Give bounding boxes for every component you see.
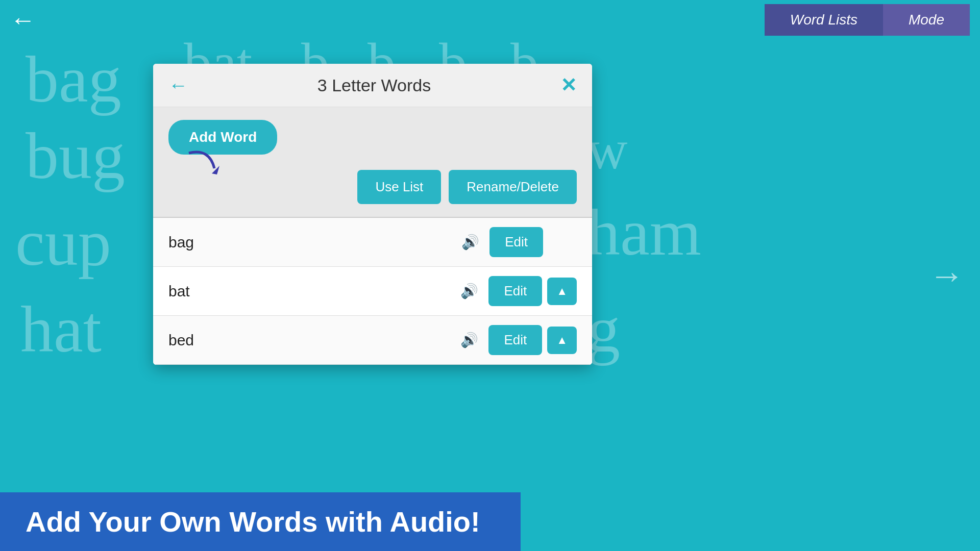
top-back-arrow[interactable]: ← bbox=[10, 5, 36, 35]
right-arrow: → bbox=[929, 255, 965, 296]
edit-button-bag[interactable]: Edit bbox=[489, 227, 543, 257]
word-lists-button[interactable]: Word Lists bbox=[765, 4, 883, 36]
sound-icon-bed[interactable]: 🔊 bbox=[460, 332, 478, 348]
modal-dialog: ← 3 Letter Words ✕ Add Word Use List Ren… bbox=[153, 64, 592, 365]
rename-delete-button[interactable]: Rename/Delete bbox=[449, 170, 577, 204]
up-arrow-button-bed[interactable]: ▲ bbox=[547, 327, 577, 354]
edit-button-bat[interactable]: Edit bbox=[488, 276, 542, 306]
use-list-button[interactable]: Use List bbox=[357, 170, 441, 204]
word-text-bag: bag bbox=[168, 234, 461, 251]
nav-buttons: Word Lists Mode bbox=[765, 4, 970, 36]
edit-button-bed[interactable]: Edit bbox=[488, 325, 542, 355]
sound-icon-bat[interactable]: 🔊 bbox=[460, 283, 478, 299]
bottom-banner: Add Your Own Words with Audio! bbox=[0, 492, 521, 551]
modal-header: ← 3 Letter Words ✕ bbox=[153, 64, 592, 107]
word-text-bed: bed bbox=[168, 332, 460, 349]
bottom-banner-text: Add Your Own Words with Audio! bbox=[26, 506, 480, 538]
mode-button[interactable]: Mode bbox=[883, 4, 970, 36]
word-row-bag: bag 🔊 Edit bbox=[153, 218, 592, 267]
up-arrow-button-bat[interactable]: ▲ bbox=[547, 278, 577, 305]
word-row-bat: bat 🔊 Edit ▲ bbox=[153, 267, 592, 316]
sound-icon-bag[interactable]: 🔊 bbox=[461, 234, 479, 251]
modal-back-button[interactable]: ← bbox=[168, 74, 188, 96]
top-nav: ← Word Lists Mode bbox=[0, 0, 980, 39]
curved-arrow-icon bbox=[184, 148, 225, 179]
modal-title: 3 Letter Words bbox=[317, 76, 431, 95]
modal-close-button[interactable]: ✕ bbox=[560, 74, 577, 96]
word-text-bat: bat bbox=[168, 283, 460, 300]
word-row-bed: bed 🔊 Edit ▲ bbox=[153, 316, 592, 365]
add-word-section: Add Word bbox=[153, 107, 592, 162]
